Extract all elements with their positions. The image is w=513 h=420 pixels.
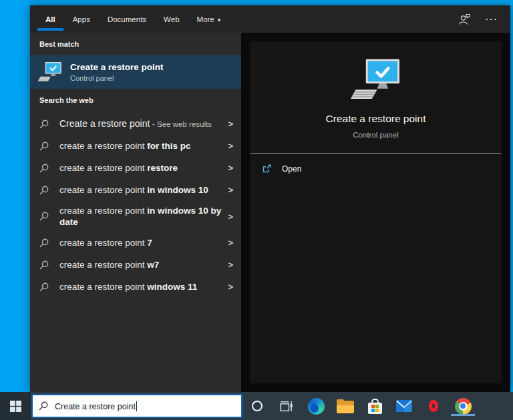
search-icon — [39, 282, 49, 292]
more-options-icon[interactable]: ··· — [486, 17, 498, 22]
web-suggestion-row[interactable]: create a restore point restore > — [30, 157, 241, 179]
search-flyout-window: All Apps Documents Web More▾ ··· Best ma… — [30, 5, 510, 392]
open-label: Open — [282, 164, 301, 174]
search-icon — [39, 260, 49, 270]
tab-all[interactable]: All — [45, 13, 55, 26]
taskbar: Create a restore point — [0, 392, 513, 420]
text-cursor — [136, 401, 137, 411]
user-account-icon[interactable] — [458, 13, 471, 25]
web-suggestions-list: Create a restore point - See web results… — [30, 113, 241, 298]
restore-point-icon — [37, 61, 63, 82]
search-the-web-header: Search the web — [30, 89, 241, 111]
mail-icon — [396, 400, 412, 412]
opera-button[interactable] — [419, 392, 448, 420]
web-suggestion-row[interactable]: create a restore point 7 > — [30, 232, 241, 254]
task-view-button[interactable] — [272, 392, 301, 420]
search-icon — [39, 212, 49, 221]
web-suggestion-row[interactable]: create a restore point in windows 10 by … — [30, 201, 241, 232]
windows-logo-icon — [10, 401, 21, 412]
chevron-right-icon: > — [228, 185, 233, 195]
best-match-subtitle: Control panel — [70, 74, 164, 82]
search-header: All Apps Documents Web More▾ ··· — [30, 5, 510, 33]
file-explorer-icon — [337, 399, 354, 413]
chevron-right-icon: > — [228, 119, 233, 129]
web-suggestion-row[interactable]: create a restore point w7 > — [30, 254, 241, 276]
chrome-button[interactable] — [448, 392, 478, 420]
search-icon — [39, 186, 49, 195]
chevron-right-icon: > — [228, 238, 233, 248]
best-match-header: Best match — [30, 33, 241, 55]
chevron-down-icon: ▾ — [218, 17, 221, 23]
search-icon — [39, 142, 49, 151]
tab-web[interactable]: Web — [164, 13, 179, 26]
open-action[interactable]: Open — [250, 154, 502, 184]
tab-apps[interactable]: Apps — [73, 13, 90, 26]
search-icon — [39, 238, 49, 248]
search-filter-tabs: All Apps Documents Web More▾ — [45, 13, 220, 26]
microsoft-store-button[interactable] — [360, 392, 389, 420]
web-suggestion-row[interactable]: create a restore point for this pc > — [30, 135, 241, 157]
chevron-right-icon: > — [228, 163, 233, 173]
active-app-indicator — [451, 414, 475, 416]
taskbar-icons — [242, 392, 478, 420]
search-input-value: Create a restore point — [55, 401, 137, 411]
chevron-right-icon: > — [228, 260, 233, 270]
edge-button[interactable] — [301, 392, 331, 420]
results-panel: Best match Create a restore point Contro… — [30, 33, 241, 392]
cortana-button[interactable] — [242, 392, 272, 420]
microsoft-store-icon — [367, 398, 382, 414]
preview-panel: Create a restore point Control panel Ope… — [241, 33, 510, 392]
preview-title: Create a restore point — [326, 113, 426, 125]
chevron-right-icon: > — [228, 282, 233, 292]
mail-button[interactable] — [389, 392, 419, 420]
web-suggestion-row[interactable]: create a restore point in windows 10 > — [30, 179, 241, 201]
start-button[interactable] — [0, 392, 31, 420]
web-suggestion-row[interactable]: Create a restore point - See web results… — [30, 113, 241, 135]
cortana-icon — [252, 401, 263, 411]
web-suggestion-row[interactable]: create a restore point windows 11 > — [30, 276, 241, 298]
opera-icon — [429, 400, 438, 412]
taskbar-search-input[interactable]: Create a restore point — [31, 394, 242, 418]
chrome-icon — [455, 398, 472, 415]
best-match-title: Create a restore point — [70, 62, 164, 72]
search-icon — [39, 120, 49, 129]
search-icon — [39, 164, 49, 173]
open-external-icon — [262, 164, 272, 174]
task-view-icon — [280, 401, 293, 412]
restore-point-icon-large — [349, 58, 403, 101]
preview-subtitle: Control panel — [353, 131, 398, 139]
chevron-right-icon: > — [228, 212, 233, 222]
tab-more[interactable]: More▾ — [197, 13, 221, 26]
best-match-result[interactable]: Create a restore point Control panel — [30, 55, 241, 89]
preview-card: Create a restore point Control panel Ope… — [250, 41, 502, 383]
tab-documents[interactable]: Documents — [108, 13, 146, 26]
edge-icon — [308, 398, 325, 415]
file-explorer-button[interactable] — [331, 392, 360, 420]
search-icon — [39, 401, 48, 411]
chevron-right-icon: > — [228, 141, 233, 151]
